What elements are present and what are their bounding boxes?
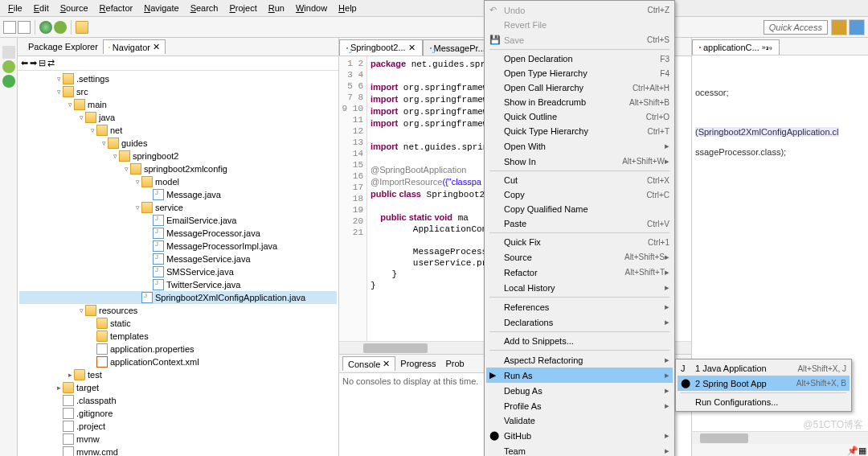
menu-item-quick-outline[interactable]: Quick OutlineCtrl+O [486, 109, 673, 124]
tree-item[interactable]: ▸test [19, 368, 337, 381]
menu-project[interactable]: Project [225, 2, 262, 14]
perspective-switcher[interactable] [831, 19, 865, 35]
menu-run[interactable]: Run [264, 2, 289, 14]
tree-item[interactable]: ▸target [19, 381, 337, 394]
collapse-icon[interactable]: ⊟ [39, 58, 46, 68]
debug-perspective-icon[interactable] [849, 19, 865, 35]
tree-item[interactable]: TwitterService.java [19, 278, 337, 291]
forward-icon[interactable]: ➡ [30, 58, 37, 68]
run-as-submenu[interactable]: J1 Java ApplicationAlt+Shift+X, J⬤2 Spri… [675, 359, 852, 412]
menu-item-open-with[interactable]: Open With ▸ [486, 138, 673, 154]
navigator-tree[interactable]: ▿.settings▿src▿main▿java▿net▿guides▿spri… [18, 71, 338, 456]
tree-item[interactable]: SMSService.java [19, 265, 337, 278]
link-icon[interactable]: ⇄ [47, 58, 55, 68]
context-menu[interactable]: ↶UndoCtrl+ZRevert File💾SaveCtrl+SOpen De… [484, 0, 675, 456]
menu-item-debug-as[interactable]: Debug As ▸ [486, 383, 673, 398]
tab-navigator[interactable]: Navigator ✕ [103, 39, 166, 54]
tree-item[interactable]: ▿src [19, 85, 337, 98]
tree-item[interactable]: .gitignore [19, 407, 337, 420]
display-icon[interactable]: ▦ [858, 446, 866, 456]
tree-item[interactable]: MessageService.java [19, 253, 337, 265]
tree-label: applicationContext.xml [110, 357, 199, 367]
submenu-item[interactable]: Run Configurations... [678, 395, 850, 409]
tab-progress[interactable]: Progress [395, 357, 440, 370]
tree-item[interactable]: ▿service [19, 201, 337, 214]
tree-item[interactable]: mvnw [19, 433, 337, 446]
menu-item-aspectj-refactoring[interactable]: AspectJ Refactoring ▸ [486, 352, 673, 368]
tree-item[interactable]: ▿model [19, 175, 337, 188]
menu-item-quick-fix[interactable]: Quick FixCtrl+1 [486, 235, 673, 249]
menu-help[interactable]: Help [334, 2, 362, 14]
menu-item-copy[interactable]: CopyCtrl+C [486, 187, 673, 202]
quick-access[interactable]: Quick Access [764, 20, 828, 35]
menu-item-declarations[interactable]: Declarations ▸ [486, 314, 673, 330]
tab-package-explorer[interactable]: Package Explorer [21, 40, 103, 53]
save-icon[interactable] [18, 21, 31, 34]
menu-edit[interactable]: Edit [29, 2, 54, 14]
tree-item[interactable]: ▿net [19, 124, 337, 137]
right-scrollbar[interactable] [692, 431, 868, 444]
menu-source[interactable]: Source [55, 2, 93, 14]
tree-item[interactable]: mvnw.cmd [19, 446, 337, 456]
back-icon[interactable]: ⬅ [21, 58, 28, 68]
tree-item[interactable]: ▿guides [19, 137, 337, 150]
pin-icon[interactable]: 📌 [847, 446, 858, 456]
menu-item-team[interactable]: Team ▸ [486, 443, 673, 456]
menu-item-copy-qualified-name[interactable]: Copy Qualified Name [486, 202, 673, 216]
debug-icon[interactable] [54, 21, 67, 34]
menu-item-cut[interactable]: CutCtrl+X [486, 173, 673, 187]
menu-window[interactable]: Window [291, 2, 332, 14]
menu-file[interactable]: File [3, 2, 27, 14]
tree-item[interactable]: ▿java [19, 111, 337, 124]
minimize-icon[interactable] [2, 46, 15, 59]
tree-item[interactable]: .classpath [19, 394, 337, 407]
menu-item-references[interactable]: References ▸ [486, 299, 673, 314]
open-icon[interactable] [76, 21, 88, 34]
menu-item-open-declaration[interactable]: Open DeclarationF3 [486, 51, 673, 66]
tree-item[interactable]: ▿.settings [19, 72, 337, 85]
new-icon[interactable] [3, 21, 16, 34]
java-perspective-icon[interactable] [831, 19, 847, 35]
tab-console[interactable]: Console ✕ [342, 356, 395, 371]
tree-item[interactable]: ▿springboot2xmlconfig [19, 162, 337, 175]
menu-item-profile-as[interactable]: Profile As ▸ [486, 398, 673, 413]
menu-item-open-call-hierarchy[interactable]: Open Call HierarchyCtrl+Alt+H [486, 80, 673, 95]
menu-item-paste[interactable]: PasteCtrl+V [486, 216, 673, 231]
tree-item[interactable]: MessageProcessor.java [19, 227, 337, 240]
tree-item[interactable]: Message.java [19, 188, 337, 201]
boot-icon[interactable] [2, 75, 15, 88]
tree-item[interactable]: ▿main [19, 98, 337, 111]
menu-item-add-to-snippets-[interactable]: Add to Snippets... [486, 334, 673, 348]
tab-application-context[interactable]: applicationC... »₃₉ [692, 39, 780, 55]
tree-item[interactable]: templates [19, 330, 337, 343]
tree-item[interactable]: .project [19, 420, 337, 433]
tab-problems[interactable]: Prob [440, 357, 469, 370]
menu-item-refactor[interactable]: RefactorAlt+Shift+T ▸ [486, 265, 673, 280]
tree-item[interactable]: application.properties [19, 343, 337, 355]
tree-item[interactable]: Springboot2XmlConfigApplication.java [19, 291, 337, 304]
menu-refactor[interactable]: Refactor [95, 2, 138, 14]
menu-item-local-history[interactable]: Local History ▸ [486, 280, 673, 295]
tree-item[interactable]: applicationContext.xml [19, 355, 337, 368]
menu-item-show-in-breadcrumb[interactable]: Show in BreadcrumbAlt+Shift+B [486, 95, 673, 109]
tree-item[interactable]: EmailService.java [19, 214, 337, 227]
tree-item[interactable]: static [19, 317, 337, 330]
editor-tab[interactable]: Springboot2... ✕ [339, 39, 423, 55]
submenu-item[interactable]: ⬤2 Spring Boot AppAlt+Shift+X, B [678, 376, 850, 391]
run-icon[interactable] [39, 21, 52, 34]
tree-item[interactable]: MessageProcessorImpl.java [19, 240, 337, 253]
menu-item-run-as[interactable]: ▶Run As ▸ [486, 368, 673, 383]
editor-tab[interactable]: MessagePr... [423, 39, 493, 55]
menu-item-source[interactable]: SourceAlt+Shift+S ▸ [486, 249, 673, 265]
menu-item-github[interactable]: ⬤GitHub ▸ [486, 428, 673, 443]
task-icon[interactable] [2, 60, 15, 73]
menu-item-show-in[interactable]: Show InAlt+Shift+W ▸ [486, 154, 673, 169]
menu-item-open-type-hierarchy[interactable]: Open Type HierarchyF4 [486, 66, 673, 80]
menu-item-validate[interactable]: Validate [486, 413, 673, 428]
submenu-item[interactable]: J1 Java ApplicationAlt+Shift+X, J [678, 361, 850, 376]
menu-item-quick-type-hierarchy[interactable]: Quick Type HierarchyCtrl+T [486, 124, 673, 138]
tree-item[interactable]: ▿resources [19, 304, 337, 317]
menu-search[interactable]: Search [186, 2, 223, 14]
tree-item[interactable]: ▿springboot2 [19, 150, 337, 162]
menu-navigate[interactable]: Navigate [139, 2, 183, 14]
